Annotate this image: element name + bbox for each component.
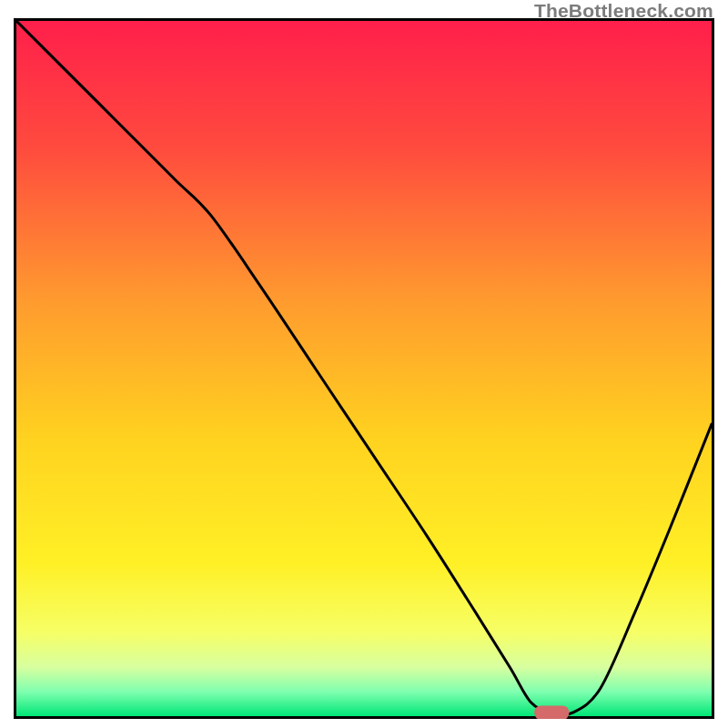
chart-frame bbox=[14, 18, 714, 719]
optimal-range-marker bbox=[534, 706, 569, 719]
chart-svg bbox=[14, 18, 714, 719]
